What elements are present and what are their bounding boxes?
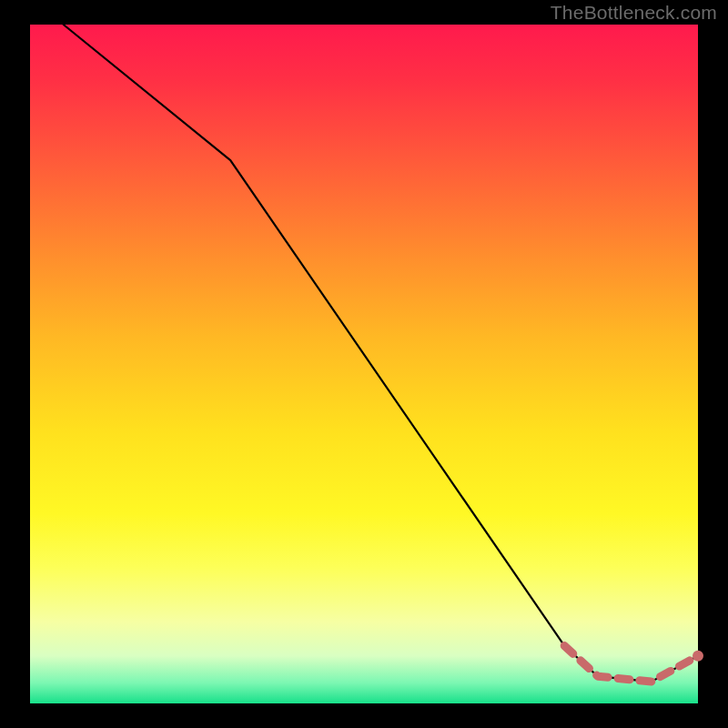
chart-overlay-svg xyxy=(30,25,698,703)
chart-frame: TheBottleneck.com xyxy=(0,0,728,728)
watermark-text: TheBottleneck.com xyxy=(551,2,717,24)
main-curve xyxy=(64,25,698,682)
end-dot xyxy=(693,651,703,662)
dashed-segment xyxy=(564,646,698,682)
svg-point-0 xyxy=(693,651,703,662)
